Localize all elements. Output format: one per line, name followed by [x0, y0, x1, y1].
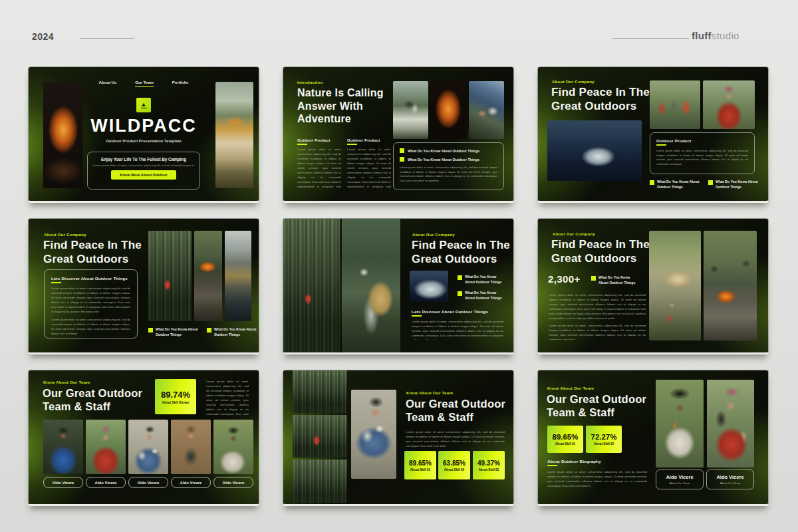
- accent-underline: [412, 315, 422, 317]
- slide-title: Find Peace In The Great Outdoors: [551, 238, 658, 265]
- slide-title: Nature Is Calling Answer With Adventure: [297, 86, 394, 126]
- title-line: Team & Staff: [547, 406, 656, 419]
- title-line: Team & Staff: [43, 400, 152, 413]
- skill-stat-box: 89.74% About Skill Shown: [155, 379, 196, 414]
- member-name-button[interactable]: Aldo Vicere: [128, 477, 168, 488]
- bullet-square-icon: [708, 180, 713, 185]
- sub-heading-text: Lets Discover About Outdoor Things: [412, 309, 488, 314]
- slide-introduction: Introduction Nature Is Calling Answer Wi…: [283, 66, 514, 203]
- bullet-item: What Do You Know About Outdoor Things: [458, 275, 507, 285]
- column-body: Lorem ipsum dolor sit amet, consectetur …: [297, 148, 341, 190]
- skill-stat-box-1: 89.65% About Skill 01: [404, 451, 436, 479]
- bullet-item: What Do You Know About Outdoor Things: [207, 327, 257, 338]
- member-name: Aldo Vicere: [666, 474, 693, 480]
- slide-company-stats: About Our Company Find Peace In The Grea…: [537, 218, 769, 354]
- slide-title: Find Peace In The Great Outdoors: [412, 239, 511, 266]
- cover-subtitle: Outdoor Product Presentation Template: [29, 139, 259, 143]
- bullet-text: What Do You Know About Outdoor Things: [465, 275, 507, 285]
- body-paragraph: Lorem ipsum dolor sit amet, consectetur …: [412, 320, 503, 340]
- photo-team-member-3: [128, 420, 168, 474]
- photo-team-member-4: [171, 420, 211, 474]
- cover-nav: About Us Our Team Portfolio: [29, 80, 259, 87]
- bullet-square-icon: [148, 328, 153, 332]
- brand-logo: fluffstudio: [692, 30, 739, 41]
- photo-hikers-group: [650, 80, 700, 129]
- bullet-text: What Do You Know About Outdoor Things: [657, 180, 700, 190]
- slide-team-grid: Know About Our Team Our Great Outdoor Te…: [28, 370, 259, 506]
- member-name: Aldo Vicere: [716, 474, 743, 480]
- slide-about-company-b: About Our Company Find Peace In The Grea…: [28, 218, 259, 354]
- bullet-item: What Do You Know About Outdoor Things: [591, 275, 639, 286]
- sub-heading-text: About Outdoor Biography: [547, 459, 601, 464]
- member-name-button[interactable]: Aldo Vicere: [213, 477, 253, 488]
- bullet-square-icon: [400, 157, 404, 162]
- section-label: Know About Our Team: [406, 391, 453, 395]
- bullet-text: What Do You Know About Outdoor Things: [214, 327, 257, 338]
- bullet-item: What Do You Know About Outdoor Things: [400, 148, 497, 153]
- title-line: Find Peace In The: [551, 86, 658, 100]
- stat-label: About Skill 02: [444, 468, 464, 471]
- slide-title: Our Great Outdoor Team & Staff: [43, 386, 152, 413]
- bullet-square-icon: [400, 148, 404, 153]
- stat-number: 2,300+: [548, 273, 581, 285]
- body-paragraph: Lorem ipsum dolor sit amet, consectetur …: [206, 380, 249, 418]
- skill-stat-box-1: 89.65% About Skill 01: [547, 426, 583, 453]
- stat-value: 89.74%: [161, 390, 190, 400]
- know-more-button[interactable]: Know More About Outdoor: [111, 170, 176, 180]
- bullet-text: What Do You Know About Outdoor Things: [465, 291, 507, 301]
- bullet-text: What Do You Know About Outdoor Things: [408, 149, 479, 153]
- bullet-item: What Do You Know About Outdoor Things: [650, 180, 700, 190]
- member-subtitle: About Our Team: [670, 481, 690, 485]
- slide-team-skills: Know About Our Team Our Great Outdoor Te…: [283, 370, 514, 506]
- accent-underline: [656, 144, 666, 146]
- photo-forest-strip-1: [293, 370, 347, 413]
- skill-stat-box-2: 63.85% About Skill 02: [438, 451, 470, 479]
- title-line: Great Outdoors: [43, 253, 150, 267]
- nav-portfolio[interactable]: Portfolio: [172, 80, 189, 87]
- member-card[interactable]: Aldo Vicere About Our Team: [656, 469, 704, 489]
- photo-forest-strip-2: [293, 415, 347, 458]
- title-line: Find Peace In The: [43, 239, 150, 253]
- body-paragraph: Lorem ipsum dolor sit amet, consectetur …: [406, 430, 505, 448]
- logo-badge: ▲: [136, 98, 151, 112]
- sub-heading: Lets Discover About Outdoor Things: [412, 309, 488, 317]
- box-body: Lorem ipsum dolor sit amet, consectetur …: [400, 166, 497, 184]
- column-heading: Outdoor Product: [347, 138, 391, 142]
- member-subtitle: About Our Team: [720, 481, 740, 485]
- box-paragraph-1: Lorem ipsum dolor sit amet, consectetur …: [51, 287, 130, 315]
- photo-team-member-1: [43, 420, 83, 474]
- member-name-button[interactable]: Aldo Vicere: [171, 477, 211, 488]
- skill-stat-box-3: 49.37% About Skill 03: [473, 451, 505, 479]
- member-name-button[interactable]: Aldo Vicere: [43, 477, 83, 488]
- accent-underline: [51, 282, 61, 283]
- photo-campfire-group: [704, 231, 757, 340]
- photo-trailer-dusk: [547, 120, 642, 181]
- text-column: Outdoor Product Lorem ipsum dolor sit am…: [297, 138, 341, 190]
- column-body: Lorem ipsum dolor sit amet, consectetur …: [347, 148, 391, 190]
- section-label: About Our Company: [412, 233, 455, 237]
- text-columns: Outdoor Product Lorem ipsum dolor sit am…: [297, 138, 391, 190]
- member-card[interactable]: Aldo Vicere About Our Team: [706, 469, 754, 489]
- accent-underline: [297, 144, 307, 145]
- cta-heading: Enjoy Your Life To The Fullest By Campin…: [93, 157, 194, 162]
- bullet-square-icon: [207, 328, 211, 332]
- photo-camper-tent: [342, 219, 400, 352]
- stat-value: 89.65%: [552, 433, 578, 441]
- title-line: Great Outdoors: [551, 100, 658, 114]
- accent-underline: [347, 144, 357, 145]
- photo-couple-tent: [469, 81, 504, 139]
- skill-stat-box-2: 72.27% About Skill 02: [586, 426, 622, 453]
- header-divider-left: [80, 38, 134, 39]
- title-line: Our Great Outdoor: [43, 386, 152, 400]
- photo-campfire-closeup: [430, 81, 466, 139]
- title-line: Find Peace In The: [412, 239, 511, 253]
- bullet-item: What Do You Know About Outdoor Things: [400, 157, 497, 162]
- bullet-text: What Do You Know About Outdoor Things: [716, 180, 759, 190]
- bullet-item: What Do You Know About Outdoor Things: [458, 291, 507, 301]
- mountain-icon: ▲: [141, 102, 147, 107]
- title-line: Adventure: [297, 112, 394, 126]
- nav-our-team[interactable]: Our Team: [135, 80, 154, 87]
- nav-about-us[interactable]: About Us: [99, 80, 117, 87]
- title-line: Team & Staff: [406, 410, 509, 424]
- member-name-button[interactable]: Aldo Vicere: [86, 477, 126, 488]
